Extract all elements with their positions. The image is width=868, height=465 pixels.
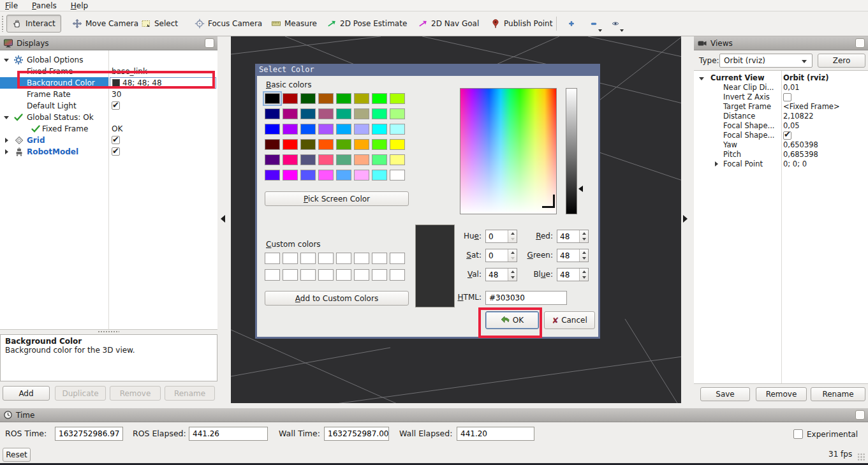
color-swatch[interactable] xyxy=(390,253,405,264)
color-swatch[interactable] xyxy=(354,108,369,119)
wall-elapsed-field[interactable] xyxy=(457,427,534,441)
time-float-button[interactable] xyxy=(855,410,865,420)
views-panel-titlebar[interactable]: Views xyxy=(694,36,868,50)
expander-right-icon[interactable] xyxy=(5,149,8,154)
color-swatch[interactable] xyxy=(372,154,387,165)
property-value[interactable]: 2,10822 xyxy=(783,112,814,121)
color-swatch[interactable] xyxy=(372,124,387,135)
color-swatch[interactable] xyxy=(318,170,334,181)
color-swatch[interactable] xyxy=(372,253,387,264)
views-float-button[interactable] xyxy=(855,38,865,48)
tree-row-robotmodel[interactable]: RobotModel xyxy=(0,146,217,158)
color-swatch[interactable] xyxy=(265,139,280,150)
color-swatch[interactable] xyxy=(318,124,334,135)
color-swatch[interactable] xyxy=(372,139,387,150)
collapse-right-panel-arrow[interactable] xyxy=(683,215,688,223)
expander-down-icon[interactable] xyxy=(699,77,704,80)
color-swatch[interactable] xyxy=(300,170,316,181)
spin-down-arrow[interactable] xyxy=(582,276,586,279)
sat-spinbox[interactable] xyxy=(485,249,517,262)
hue-saturation-gradient[interactable] xyxy=(460,88,557,214)
pick-screen-color-button[interactable]: Pick Screen Color xyxy=(265,191,409,206)
color-swatch[interactable] xyxy=(390,124,405,135)
color-swatch[interactable] xyxy=(390,154,405,165)
property-value[interactable]: <Fixed Frame> xyxy=(783,102,840,112)
ros-elapsed-field[interactable] xyxy=(189,427,268,441)
color-swatch[interactable] xyxy=(318,253,334,264)
tree-row[interactable]: Pitch 0,685398 xyxy=(694,150,868,159)
red-spinbox[interactable] xyxy=(557,230,589,243)
color-swatch[interactable] xyxy=(265,269,280,281)
color-swatch[interactable] xyxy=(300,108,316,119)
ros-time-field[interactable] xyxy=(55,427,123,441)
publish-point-tool-button[interactable]: Publish Point xyxy=(485,15,558,33)
color-swatch[interactable] xyxy=(336,253,351,264)
val-spinbox[interactable] xyxy=(485,268,517,281)
expander-down-icon[interactable] xyxy=(4,116,9,119)
wall-time-field[interactable] xyxy=(324,427,389,441)
html-color-input[interactable] xyxy=(486,292,566,304)
color-swatch[interactable] xyxy=(283,108,298,119)
color-swatch[interactable] xyxy=(390,269,405,281)
spin-down-arrow[interactable] xyxy=(511,238,515,240)
color-swatch[interactable] xyxy=(300,124,316,135)
tree-row[interactable]: Target Frame <Fixed Frame> xyxy=(694,102,868,112)
property-value[interactable]: 0,01 xyxy=(783,83,800,92)
wall-time-value[interactable] xyxy=(325,427,388,440)
cancel-button[interactable]: ✘ Cancel xyxy=(544,311,595,329)
duplicate-display-button[interactable]: Duplicate xyxy=(55,386,106,401)
property-value[interactable]: 0; 0; 0 xyxy=(783,159,807,169)
spin-up-arrow[interactable] xyxy=(582,251,586,254)
red-value[interactable] xyxy=(557,230,579,242)
tree-row[interactable]: Fixed Frame OK xyxy=(0,123,217,135)
invert-z-axis-checkbox[interactable] xyxy=(783,93,791,101)
color-swatch[interactable] xyxy=(336,170,351,181)
rename-display-button[interactable]: Rename xyxy=(165,386,215,401)
grid-enabled-checkbox[interactable] xyxy=(112,136,120,144)
val-value[interactable] xyxy=(486,269,508,281)
spin-up-arrow[interactable] xyxy=(511,251,515,254)
spin-down-arrow[interactable] xyxy=(582,238,586,240)
color-swatch[interactable] xyxy=(283,154,298,165)
tree-row[interactable]: Focal Shape... 0,05 xyxy=(694,121,868,131)
color-swatch[interactable] xyxy=(300,139,316,150)
tree-row-current-view[interactable]: Current View Orbit (rviz) xyxy=(694,73,868,83)
color-swatch[interactable] xyxy=(265,124,280,135)
default-light-checkbox[interactable] xyxy=(112,101,120,110)
property-value[interactable]: 0,650398 xyxy=(783,140,818,150)
tree-row-grid[interactable]: Grid xyxy=(0,135,217,146)
color-swatch[interactable] xyxy=(336,124,351,135)
color-swatch[interactable] xyxy=(390,139,405,150)
color-swatch[interactable] xyxy=(300,253,316,264)
view-type-combobox[interactable]: Orbit (rviz) xyxy=(719,54,813,68)
tree-row[interactable]: Fixed Frame base_link xyxy=(0,66,217,77)
experimental-checkbox[interactable] xyxy=(793,429,803,439)
color-swatch[interactable] xyxy=(336,139,351,150)
color-swatch[interactable] xyxy=(372,170,387,181)
color-swatch[interactable] xyxy=(390,93,405,104)
color-swatch[interactable] xyxy=(354,170,369,181)
toolbar-drag-handle[interactable] xyxy=(1,15,4,32)
hue-spinbox[interactable] xyxy=(485,230,517,243)
menu-panels[interactable]: Panels xyxy=(32,1,57,10)
remove-display-button[interactable]: Remove xyxy=(110,386,161,401)
expander-right-icon[interactable] xyxy=(5,138,8,143)
interact-tool-button[interactable]: Interact xyxy=(6,15,61,33)
tree-row[interactable]: Yaw 0,650398 xyxy=(694,140,868,150)
robotmodel-enabled-checkbox[interactable] xyxy=(112,147,120,156)
color-swatch[interactable] xyxy=(265,253,280,264)
color-swatch[interactable] xyxy=(265,170,280,181)
color-swatch[interactable] xyxy=(283,93,298,104)
spin-up-arrow[interactable] xyxy=(582,232,586,235)
color-swatch[interactable] xyxy=(283,139,298,150)
tree-row[interactable]: Focal Point 0; 0; 0 xyxy=(694,159,868,169)
ros-elapsed-value[interactable] xyxy=(189,427,267,440)
property-value[interactable]: 0,685398 xyxy=(783,150,818,159)
spin-up-arrow[interactable] xyxy=(511,232,515,235)
add-display-button[interactable]: Add xyxy=(3,386,50,401)
time-panel-titlebar[interactable]: Time xyxy=(0,408,868,422)
dialog-titlebar[interactable]: Select Color xyxy=(255,64,600,76)
sat-value[interactable] xyxy=(486,249,508,262)
tree-row[interactable]: Distance 2,10822 xyxy=(694,112,868,121)
remove-view-button[interactable]: Remove xyxy=(756,387,807,401)
